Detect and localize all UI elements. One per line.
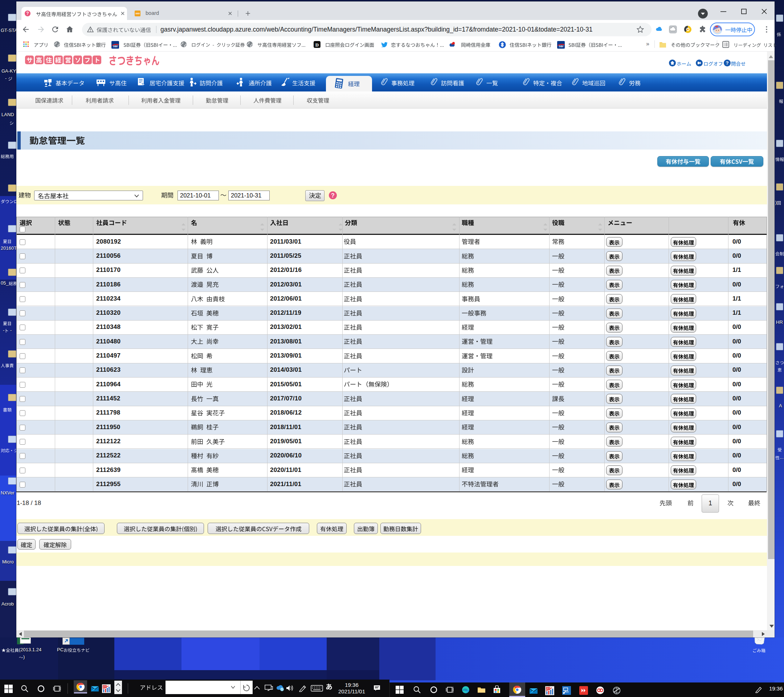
- svg-text:?: ?: [331, 193, 334, 199]
- svg-text:SBI: SBI: [113, 44, 118, 48]
- svg-text:?: ?: [726, 60, 729, 66]
- svg-text:norma: norma: [136, 13, 139, 14]
- svg-text:SBI: SBI: [558, 44, 563, 48]
- svg-text:D: D: [315, 42, 319, 48]
- svg-text:?: ?: [26, 11, 29, 16]
